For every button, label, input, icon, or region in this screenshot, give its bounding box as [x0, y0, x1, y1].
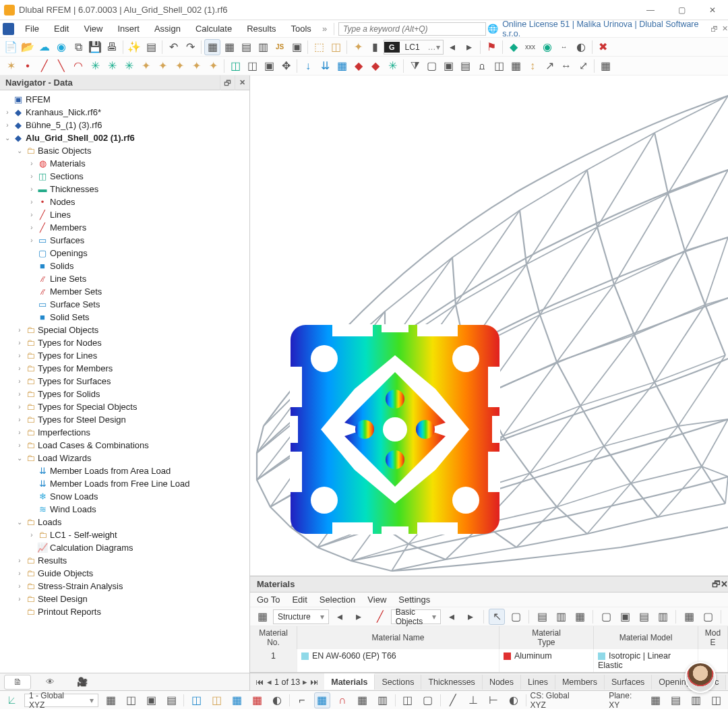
tree-item[interactable]: ≋Wind Loads: [0, 503, 249, 516]
menu-edit[interactable]: Edit: [47, 22, 75, 36]
ld6-icon[interactable]: ✳: [384, 58, 400, 74]
tab-surfaces[interactable]: Surfaces: [605, 675, 652, 690]
first-icon[interactable]: ⏮: [255, 677, 264, 687]
globe-icon[interactable]: 🌐: [487, 24, 498, 34]
close-button[interactable]: ✕: [697, 0, 728, 20]
mat-menu-selection[interactable]: Selection: [320, 595, 355, 605]
last-icon[interactable]: ⏭: [310, 677, 319, 687]
stars3-icon[interactable]: ✳: [121, 58, 137, 74]
r3-icon[interactable]: ◉: [539, 39, 555, 55]
tree-item[interactable]: ⇊Member Loads from Area Load: [0, 464, 249, 477]
menu-view[interactable]: View: [77, 22, 109, 36]
mat-menu-goto[interactable]: Go To: [257, 595, 280, 605]
lc-prev-icon[interactable]: ◂: [444, 39, 460, 55]
redo-icon[interactable]: ↷: [182, 39, 198, 55]
menu-file[interactable]: File: [18, 22, 46, 36]
sb10-icon[interactable]: ⌐: [294, 692, 310, 708]
maximize-button[interactable]: ▢: [666, 0, 697, 20]
stars-icon[interactable]: ✳: [87, 58, 103, 74]
shape2-icon[interactable]: ◫: [491, 58, 507, 74]
prev-page-icon[interactable]: ◂: [267, 677, 272, 687]
opt-icon[interactable]: ✖: [595, 39, 611, 55]
cube3-icon[interactable]: ▣: [261, 58, 277, 74]
navigator-tree[interactable]: ▣RFEM›◆Kranhaus_Nick.rf6*›◆Bühne_5_(1) (…: [0, 90, 249, 673]
ld5-icon[interactable]: ◆: [367, 58, 384, 74]
menu-results[interactable]: Results: [240, 22, 282, 36]
sb13-icon[interactable]: ◫: [400, 692, 416, 708]
tree-item[interactable]: ■Solid Sets: [0, 311, 249, 324]
tree-item[interactable]: ■Solids: [0, 260, 249, 272]
tree-item[interactable]: ⌄🗀Basic Objects: [0, 144, 249, 157]
tree-item[interactable]: ›╱Members: [0, 221, 249, 234]
sp5-icon[interactable]: ✦: [205, 58, 221, 74]
col-no[interactable]: Material No.: [250, 626, 297, 649]
shape6-icon[interactable]: ↔: [558, 58, 574, 74]
sb18-icon[interactable]: ◐: [506, 692, 522, 708]
sb-end3-icon[interactable]: ▥: [688, 692, 704, 708]
tree-item[interactable]: ▭Surface Sets: [0, 298, 249, 311]
grid1-icon[interactable]: ▦: [204, 39, 220, 55]
nav-tab-views[interactable]: 🎥: [69, 675, 96, 690]
col-mod[interactable]: Mod E: [698, 626, 728, 649]
script-icon[interactable]: JS: [272, 39, 288, 55]
t9-icon[interactable]: ▢: [700, 609, 716, 625]
select-icon[interactable]: ⬚: [311, 39, 327, 55]
next2-icon[interactable]: ▸: [462, 609, 479, 625]
tree-item[interactable]: ▣RFEM: [0, 93, 249, 106]
next-page-icon[interactable]: ▸: [303, 677, 307, 687]
shape7-icon[interactable]: ⤢: [575, 58, 591, 74]
t1-icon[interactable]: ▤: [534, 609, 550, 625]
sq3-icon[interactable]: ▤: [457, 58, 473, 74]
tree-item[interactable]: ›🗀Guide Objects: [0, 567, 249, 580]
grid-icon[interactable]: ▦: [254, 609, 270, 625]
tree-item[interactable]: ›🗀Types for Nodes: [0, 336, 249, 349]
viewport-3d[interactable]: Materials 🗗 ✕ Go To Edit Selection View …: [250, 75, 728, 690]
print-icon[interactable]: 🖶: [104, 39, 120, 55]
move-icon[interactable]: ✥: [278, 58, 294, 74]
tab-thicknesses[interactable]: Thicknesses: [421, 675, 482, 690]
tab-lines[interactable]: Lines: [521, 675, 555, 690]
ld4-icon[interactable]: ◆: [351, 58, 367, 74]
t8-icon[interactable]: ▦: [681, 609, 697, 625]
sb15-icon[interactable]: ╱: [445, 692, 461, 708]
cursor-icon[interactable]: ↖: [489, 609, 505, 625]
list-icon[interactable]: ▣: [289, 39, 305, 55]
sb3-icon[interactable]: ▣: [143, 692, 159, 708]
r2-icon[interactable]: xxx: [522, 39, 539, 55]
tree-item[interactable]: ⇊Member Loads from Free Line Load: [0, 477, 249, 490]
ld1-icon[interactable]: ↓: [300, 58, 316, 74]
t6-icon[interactable]: ▤: [636, 609, 652, 625]
next-icon[interactable]: ▸: [351, 609, 367, 625]
tree-item[interactable]: ⫽Member Sets: [0, 285, 249, 298]
tree-item[interactable]: ›🗀Types for Lines: [0, 349, 249, 362]
tree-item[interactable]: ›🗀Special Objects: [0, 324, 249, 336]
magnet-icon[interactable]: ∩: [334, 692, 351, 708]
tree-item[interactable]: ›▭Surfaces: [0, 234, 249, 247]
ld3-icon[interactable]: ▦: [334, 58, 350, 74]
t3-icon[interactable]: ▦: [572, 609, 588, 625]
cloud-icon[interactable]: ☁: [36, 39, 53, 55]
basic-objects-combo[interactable]: Basic Objects▾: [391, 609, 442, 624]
tree-item[interactable]: ›•Nodes: [0, 195, 249, 208]
end-icon[interactable]: ▦: [597, 58, 613, 74]
materials-grid[interactable]: Material No. Material Name Material Type…: [250, 626, 728, 673]
block-icon[interactable]: ◉: [53, 39, 69, 55]
page-icon[interactable]: ▤: [143, 39, 159, 55]
arc-icon[interactable]: ◠: [70, 58, 86, 74]
sparkle-icon[interactable]: ✨: [126, 39, 142, 55]
tree-item[interactable]: ›🗀Steel Design: [0, 593, 249, 605]
tree-item[interactable]: ›🗀Types for Solids: [0, 388, 249, 400]
grid2-icon[interactable]: ▦: [221, 39, 237, 55]
t5-icon[interactable]: ▣: [617, 609, 633, 625]
cube2-icon[interactable]: ◫: [244, 58, 260, 74]
sb-end2-icon[interactable]: ▤: [667, 692, 684, 708]
sb-end4-icon[interactable]: ◫: [708, 692, 724, 708]
materials-float-icon[interactable]: 🗗: [712, 579, 721, 589]
tree-item[interactable]: ⫽Line Sets: [0, 272, 249, 285]
tree-item[interactable]: ›🗀Types for Special Objects: [0, 400, 249, 413]
open-icon[interactable]: 📂: [20, 39, 36, 55]
ld2-icon[interactable]: ⇊: [317, 58, 333, 74]
tree-item[interactable]: ›🗀Results: [0, 554, 249, 567]
lc-next-icon[interactable]: ▸: [461, 39, 477, 55]
col-name[interactable]: Material Name: [297, 626, 499, 649]
